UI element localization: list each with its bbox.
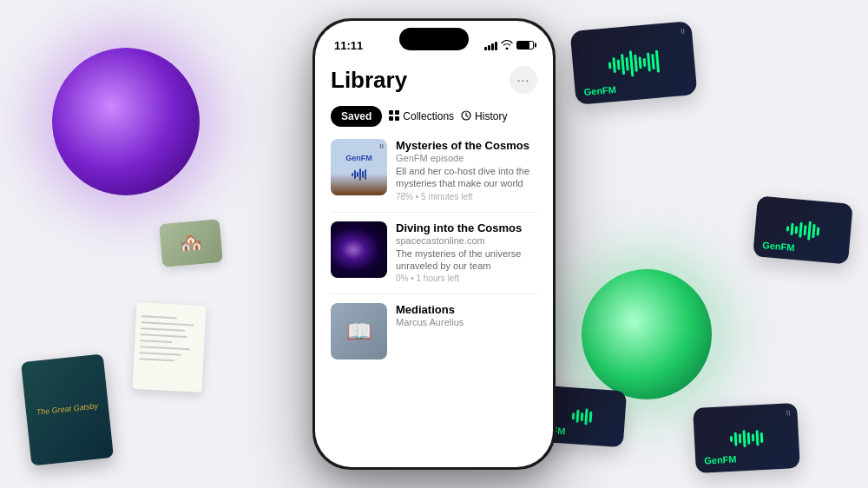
book-thumbnail: 📖 [331,303,387,359]
divider-1 [331,212,537,213]
paper-lines [133,302,206,376]
signal-bars-icon [484,40,497,50]
tab-history[interactable]: History [461,110,507,122]
green-orb-decoration [582,269,712,399]
wave-bar [655,49,660,72]
paper-line [141,315,177,319]
wave-bar [812,224,815,238]
great-gatsby-book-card: The Great Gatsby [21,353,114,465]
paper-card-decoration [132,302,206,392]
wave-bar [747,432,751,444]
waveform-near [562,399,602,435]
paper-line [140,340,172,343]
phone-device: 11:11 [312,18,556,470]
wave-bar [575,410,579,423]
item-title-diving: Diving into the Cosmos [396,221,537,234]
wave-bar [580,412,583,420]
item-info-diving: Diving into the Cosmos spacecastonline.c… [396,221,537,284]
library-item-mediations[interactable]: 📖 Mediations Marcus Aurelius [331,303,537,359]
paper-line [141,321,194,326]
wave-bar [790,223,793,235]
library-header: Library ··· [331,66,537,94]
wave-bar [625,56,628,70]
wave-bar [760,432,764,443]
svg-rect-3 [395,116,399,121]
wave-bar [756,430,760,445]
genfm-mid-label: GenFM [762,240,795,253]
item-meta-mysteries: 78% • 5 minutes left [396,192,537,201]
status-icons [484,40,534,51]
wave-bar [589,412,592,423]
tab-collections[interactable]: Collections [389,110,454,122]
paper-line [139,358,174,361]
genfm-bottom-label: GenFM [704,454,737,466]
pause-icon-bottom: II [786,408,791,417]
paper-line [141,327,185,332]
more-options-button[interactable]: ··· [510,66,537,94]
library-item-mysteries[interactable]: GenFM II [331,139,537,201]
item-subtitle-diving: spacecastonline.com [396,235,537,246]
battery-fill [517,42,529,49]
wave-bar [612,56,616,72]
wave-bar [621,54,625,75]
thumbnail-diving [331,221,387,278]
thumbnail-gradient [331,174,387,195]
status-time: 11:11 [334,39,363,52]
item-meta-diving: 0% • 1 hours left [396,274,537,283]
wave-bar [629,50,635,76]
item-subtitle-mysteries: GenFM episode [396,153,537,163]
wave-bar [739,433,742,443]
item-info-mediations: Mediations Marcus Aurelius [396,303,537,329]
wave-bar [571,412,575,419]
clock-icon [461,110,471,122]
wave-bar [651,53,655,69]
tab-saved[interactable]: Saved [331,106,382,127]
wave-bar [734,432,738,445]
genfm-card-top-right: II GenFM [570,21,698,105]
item-title-mediations: Mediations [396,303,537,316]
wave-bar [643,57,647,66]
gatsby-title: The Great Gatsby [36,401,98,418]
item-desc-diving: The mysteries of the universe unraveled … [396,247,537,273]
dynamic-island [399,28,469,50]
wave-bar [817,227,820,235]
wave-bar [752,434,754,442]
thumbnail-mysteries: GenFM II [331,139,387,195]
svg-rect-1 [395,110,399,115]
wave-bar [799,222,803,238]
waveform-bottom [720,419,773,457]
wave-bar [584,408,588,425]
wave-bar [638,56,641,69]
paper-line [140,352,181,355]
paper-line [140,346,190,350]
item-subtitle-mediations: Marcus Aurelius [396,317,537,327]
genfm-logo: GenFM [345,154,372,162]
wifi-icon [501,40,513,51]
wave-bar [742,430,746,447]
svg-rect-2 [389,116,393,121]
genfm-card-mid-right: GenFM [753,195,853,264]
item-info-mysteries: Mysteries of the Cosmos GenFM episode El… [396,139,537,201]
signal-bar-3 [491,43,494,50]
svg-rect-0 [389,110,393,115]
app-content: Library ··· Saved [315,59,553,359]
wave-bar [795,226,799,234]
purple-orb-decoration [52,48,200,195]
signal-bar-4 [495,42,497,50]
library-title: Library [331,67,407,94]
waveform [598,38,669,88]
signal-bar-2 [488,45,490,50]
tabs-row: Saved Collections [331,106,537,127]
tab-collections-label: Collections [403,110,454,122]
more-dots-icon: ··· [517,73,530,87]
genfm-card-label: GenFM [583,84,616,97]
wave-bar [647,52,651,71]
tab-history-label: History [475,110,507,122]
wave-bar [807,221,812,241]
divider-2 [331,293,537,294]
photo-card-left: 🏘️ [159,219,223,267]
item-pause-icon: II [380,142,384,150]
thumbnail-mediations: 📖 [331,303,387,359]
item-title-mysteries: Mysteries of the Cosmos [396,139,537,152]
library-item-diving[interactable]: Diving into the Cosmos spacecastonline.c… [331,221,537,284]
